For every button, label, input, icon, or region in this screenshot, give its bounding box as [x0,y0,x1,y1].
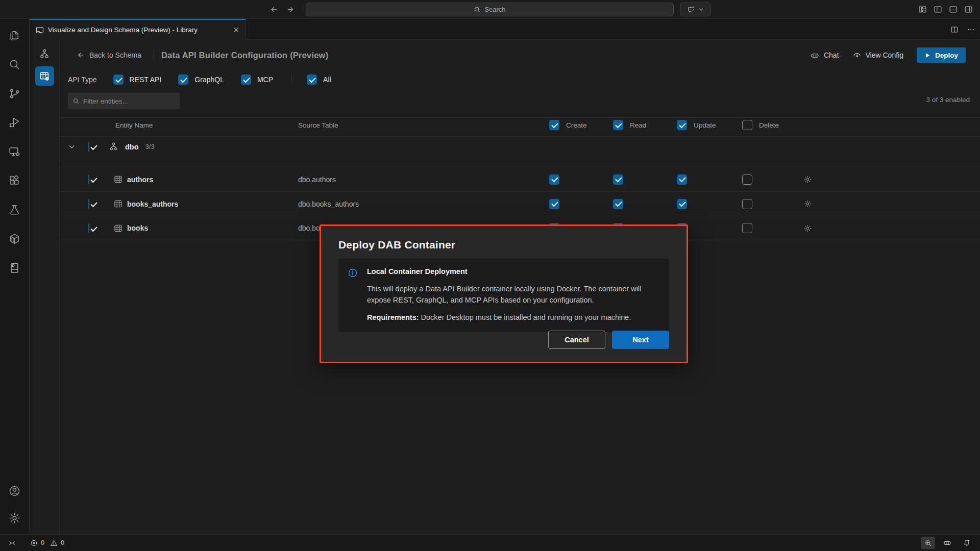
group-checkbox[interactable] [88,142,89,152]
settings-gear-icon[interactable] [3,507,27,529]
cancel-button[interactable]: Cancel [548,331,605,349]
entity-settings-gear-icon[interactable] [796,199,980,208]
command-center-search[interactable]: Search [306,3,674,16]
schema-name: dbo [125,143,139,151]
remote-explorer-icon[interactable] [3,141,27,163]
rest-api-checkbox[interactable] [113,74,124,85]
delete-checkbox[interactable] [742,174,752,185]
arrow-left-icon [77,51,85,59]
create-all-checkbox[interactable] [549,120,559,130]
schema-count: 3/3 [145,143,155,151]
local-deployment-info-box: Local Container Deployment This will dep… [338,259,669,332]
deploy-label: Deploy [935,52,958,59]
update-checkbox[interactable] [677,199,687,209]
read-checkbox[interactable] [613,174,623,185]
customize-layout-icon[interactable] [918,5,927,14]
delete-all-checkbox[interactable] [742,120,752,130]
schema-designer-tab-icon [36,26,44,34]
column-read: Read [610,120,674,130]
more-actions-icon[interactable] [967,26,975,34]
zoom-indicator[interactable] [921,537,935,549]
view-config-button[interactable]: View Config [852,51,903,60]
filter-entities-input[interactable] [83,97,175,105]
remote-connect-icon [8,539,16,547]
row-checkbox[interactable] [88,175,89,184]
update-all-checkbox[interactable] [677,120,687,130]
database-project-icon[interactable] [3,257,27,279]
toggle-primary-sidebar-icon[interactable] [934,5,942,14]
delete-checkbox[interactable] [742,223,752,233]
chat-label: Chat [824,51,839,59]
copilot-status-button[interactable] [940,537,955,548]
toggle-panel-icon[interactable] [949,5,958,14]
next-button[interactable]: Next [612,331,669,349]
source-control-icon[interactable] [3,83,27,105]
history-forward-icon[interactable] [286,5,295,14]
copilot-icon [810,51,820,60]
remote-connect-button[interactable] [5,537,19,548]
search-icon [72,97,80,105]
schema-group-row-dbo: dbo 3/3 [60,137,980,167]
tab-close-icon[interactable] [233,27,239,33]
all-option[interactable]: All [307,74,331,85]
rest-api-option[interactable]: REST API [113,74,162,85]
create-checkbox[interactable] [549,174,559,185]
toggle-secondary-sidebar-icon[interactable] [964,5,973,14]
table-header-row: Entity Name Source Table Create Read Upd… [60,117,980,137]
chat-button[interactable]: Chat [810,51,839,60]
column-entity-name: Entity Name [60,121,298,129]
read-checkbox[interactable] [613,199,623,209]
warning-count: 0 [61,539,64,546]
tab-title: Visualize and Design Schema (Preview) - … [48,26,198,34]
update-checkbox[interactable] [677,174,687,185]
notifications-button[interactable] [960,537,974,548]
problems-indicator[interactable]: 0 0 [27,537,67,548]
column-create: Create [546,120,610,130]
filter-entities-box[interactable] [68,93,180,109]
table-icon [109,199,127,208]
containers-icon[interactable] [3,228,27,250]
error-count: 0 [41,539,44,546]
schema-icon [109,142,118,152]
dab-configuration-tab-selected[interactable] [35,66,54,86]
row-checkbox[interactable] [88,199,89,209]
column-update: Update [674,120,739,130]
testing-icon[interactable] [3,199,27,221]
back-to-schema-button[interactable]: Back to Schema [77,51,141,59]
eye-icon [852,51,862,60]
info-box-body: This will deploy a Data API Builder cont… [367,284,659,306]
run-and-debug-icon[interactable] [3,112,27,134]
enabled-summary: 3 of 3 enabled [926,96,970,104]
create-checkbox[interactable] [549,199,559,209]
mcp-option[interactable]: MCP [241,74,273,85]
page-toolbar: Back to Schema Data API Builder Configur… [60,43,980,67]
mcp-checkbox[interactable] [241,74,251,85]
toolbar-divider [154,49,154,61]
search-icon[interactable] [3,54,27,76]
explorer-icon[interactable] [3,24,27,46]
graphql-option[interactable]: GraphQL [178,74,224,85]
delete-checkbox[interactable] [742,199,752,209]
schema-visualizer-icon[interactable] [37,46,52,62]
webview-side-nav [30,40,60,534]
read-all-checkbox[interactable] [613,120,623,130]
entity-row-authors: authors dbo.authors [60,167,980,191]
chevron-down-icon[interactable] [60,143,88,151]
split-editor-icon[interactable] [950,26,959,34]
extensions-icon[interactable] [3,170,27,192]
graphql-checkbox[interactable] [178,74,188,85]
history-back-icon[interactable] [270,5,278,14]
dialog-title: Deploy DAB Container [338,239,669,251]
zoom-in-icon [924,539,932,547]
tab-visualize-design-schema[interactable]: Visualize and Design Schema (Preview) - … [30,19,246,40]
entity-settings-gear-icon[interactable] [796,224,980,233]
deploy-button[interactable]: Deploy [917,47,966,63]
entity-name: books [127,224,298,232]
all-checkbox[interactable] [307,74,317,85]
table-icon [109,224,127,233]
accounts-icon[interactable] [3,480,27,502]
row-checkbox[interactable] [88,223,89,233]
entity-settings-gear-icon[interactable] [796,175,980,184]
view-config-label: View Config [866,51,903,59]
copilot-menu-button[interactable] [680,3,710,16]
